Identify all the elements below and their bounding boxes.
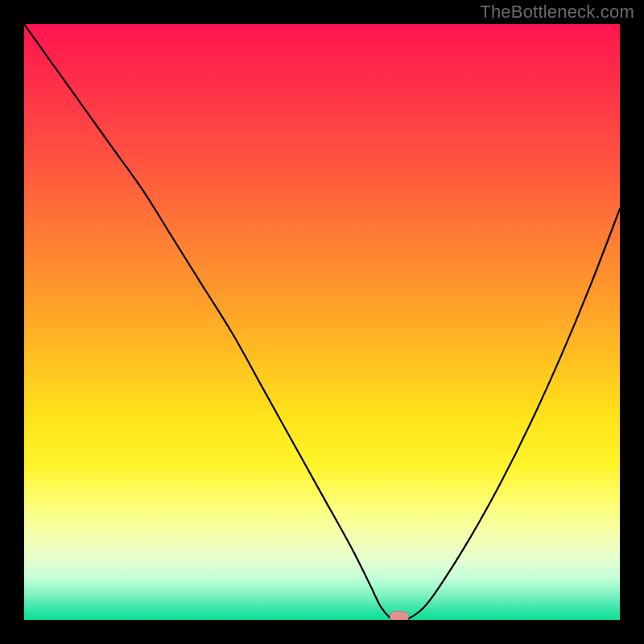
watermark-text: TheBottleneck.com: [480, 2, 634, 23]
plot-area: [24, 24, 620, 620]
minimum-marker: [390, 611, 409, 620]
chart-frame: TheBottleneck.com: [0, 0, 644, 644]
curve-svg: [24, 24, 620, 620]
bottleneck-curve: [24, 24, 620, 620]
